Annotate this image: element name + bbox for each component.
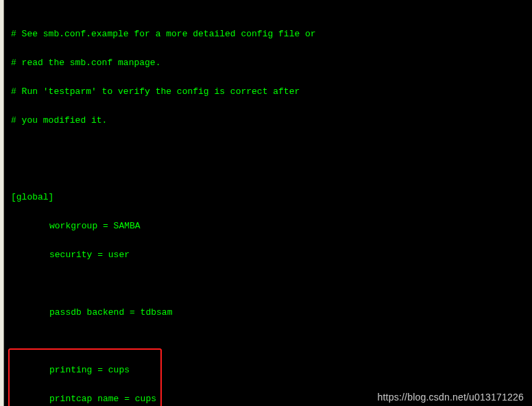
section-header-global: [global] xyxy=(11,193,532,202)
config-line: workgroup = SAMBA xyxy=(11,222,532,231)
comment-line: # you modified it. xyxy=(11,116,532,126)
terminal-viewport[interactable]: # See smb.conf.example for a more detail… xyxy=(4,0,532,406)
comment-line: # Run 'testparm' to verify the config is… xyxy=(11,87,532,97)
blank-line xyxy=(11,279,532,289)
comment-line: # read the smb.conf manpage. xyxy=(11,58,532,68)
config-line: passdb backend = tdbsam xyxy=(11,308,532,318)
config-line: security = user xyxy=(11,250,532,260)
comment-line: # See smb.conf.example for a more detail… xyxy=(11,29,532,39)
config-line: printing = cups xyxy=(11,366,532,375)
blank-line xyxy=(11,145,532,154)
watermark-text: https://blog.csdn.net/u013171226 xyxy=(378,392,524,402)
blank-line xyxy=(11,337,532,346)
